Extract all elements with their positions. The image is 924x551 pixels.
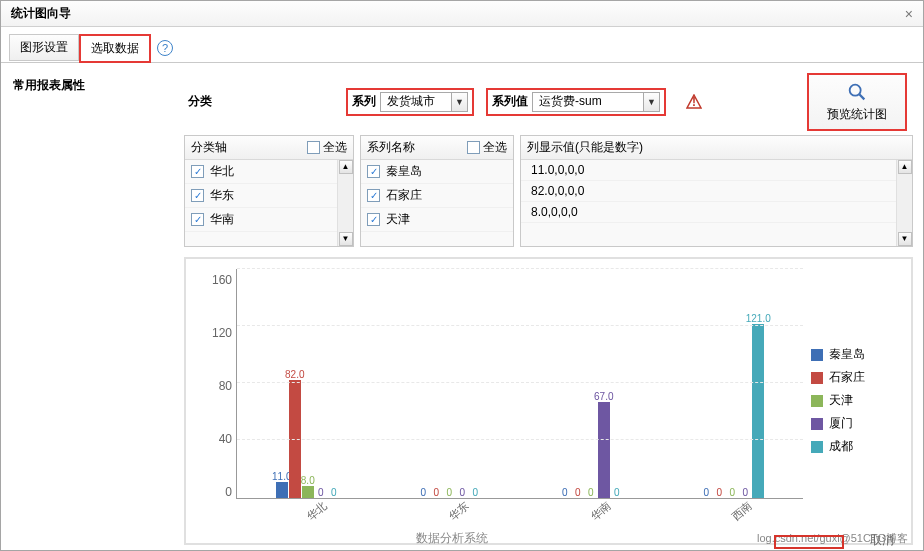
svg-text:!: ! (692, 95, 696, 109)
svg-point-2 (850, 85, 861, 96)
tab-graph-settings[interactable]: 图形设置 (9, 34, 79, 61)
category-axis-header: 分类轴 (191, 139, 299, 156)
category-select-all[interactable]: 全选 (307, 139, 347, 156)
bar-value-label: 8.0 (301, 475, 315, 486)
y-tick: 80 (219, 379, 232, 393)
legend-swatch (811, 418, 823, 430)
list-item-label: 华北 (210, 163, 234, 180)
value-column-header: 列显示值(只能是数字) (527, 139, 906, 156)
series-select[interactable]: 发货城市 ▼ (380, 92, 468, 112)
checkbox-icon[interactable]: ✓ (367, 165, 380, 178)
list-item[interactable]: ✓华北 (185, 160, 337, 184)
close-icon[interactable]: × (905, 6, 913, 22)
series-select-value: 发货城市 (381, 93, 451, 110)
list-item-label: 11.0,0,0,0 (527, 163, 584, 177)
scrollbar[interactable]: ▲ ▼ (337, 160, 353, 246)
legend-item: 秦皇岛 (811, 346, 901, 363)
scroll-down-icon[interactable]: ▼ (339, 232, 353, 246)
seriesvalue-select-value: 运货费-sum (533, 93, 643, 110)
seriesvalue-select[interactable]: 运货费-sum ▼ (532, 92, 660, 112)
list-item[interactable]: 11.0,0,0,0 (521, 160, 896, 181)
cancel-button[interactable]: 取消 (870, 532, 894, 549)
y-tick: 40 (219, 432, 232, 446)
series-name-header: 系列名称 (367, 139, 459, 156)
legend-label: 厦门 (829, 415, 853, 432)
checkbox-icon[interactable]: ✓ (367, 189, 380, 202)
common-report-attributes-header: 常用报表属性 (11, 73, 176, 98)
list-item-label: 华南 (210, 211, 234, 228)
list-item-label: 8.0,0,0,0 (527, 205, 578, 219)
legend-label: 石家庄 (829, 369, 865, 386)
magnifier-icon (846, 81, 868, 103)
list-item[interactable]: 8.0,0,0,0 (521, 202, 896, 223)
scroll-up-icon[interactable]: ▲ (339, 160, 353, 174)
series-label: 系列 (352, 93, 376, 110)
tab-select-data[interactable]: 选取数据 (79, 34, 151, 63)
legend-swatch (811, 395, 823, 407)
window-title: 统计图向导 (11, 5, 71, 22)
left-panel: 常用报表属性 (11, 73, 176, 545)
checkbox-icon[interactable]: ✓ (367, 213, 380, 226)
preview-chart-label: 预览统计图 (827, 107, 887, 123)
list-item-label: 秦皇岛 (386, 163, 422, 180)
y-axis: 16012080400 (196, 269, 236, 533)
scrollbar[interactable]: ▲ ▼ (896, 160, 912, 246)
legend-label: 成都 (829, 438, 853, 455)
titlebar: 统计图向导 × (1, 1, 923, 27)
list-item[interactable]: ✓石家庄 (361, 184, 513, 208)
help-icon[interactable]: ? (157, 40, 173, 56)
legend-item: 石家庄 (811, 369, 901, 386)
system-label: 数据分析系统 (416, 530, 488, 547)
series-name-list: 系列名称 全选 ✓秦皇岛✓石家庄✓天津 (360, 135, 514, 247)
seriesvalue-field-group: 系列值 运货费-sum ▼ (486, 88, 666, 116)
plot-area: 11.082.08.0000000000067.000000121.0 (236, 269, 803, 499)
bar-value-label: 0 (433, 487, 439, 498)
legend-label: 秦皇岛 (829, 346, 865, 363)
svg-line-3 (859, 94, 864, 99)
bar: 11.0 (276, 482, 288, 498)
series-select-all[interactable]: 全选 (467, 139, 507, 156)
bar-value-label: 0 (703, 487, 709, 498)
list-item-label: 天津 (386, 211, 410, 228)
tabs: 图形设置 选取数据 ? (1, 27, 923, 63)
done-button[interactable] (774, 535, 844, 549)
checkbox-icon[interactable]: ✓ (191, 165, 204, 178)
legend-item: 成都 (811, 438, 901, 455)
y-tick: 160 (212, 273, 232, 287)
y-tick: 120 (212, 326, 232, 340)
legend-item: 厦门 (811, 415, 901, 432)
bar-value-label: 82.0 (285, 369, 304, 380)
preview-chart-button[interactable]: 预览统计图 (807, 73, 907, 131)
legend-swatch (811, 349, 823, 361)
category-label: 分类 (184, 93, 334, 110)
checkbox-icon[interactable]: ✓ (191, 189, 204, 202)
legend-swatch (811, 372, 823, 384)
scroll-up-icon[interactable]: ▲ (898, 160, 912, 174)
list-item[interactable]: 82.0,0,0,0 (521, 181, 896, 202)
series-field-group: 系列 发货城市 ▼ (346, 88, 474, 116)
list-item[interactable]: ✓华东 (185, 184, 337, 208)
chevron-down-icon: ▼ (451, 93, 467, 111)
list-item-label: 石家庄 (386, 187, 422, 204)
list-item[interactable]: ✓天津 (361, 208, 513, 232)
checkbox-icon[interactable] (307, 141, 320, 154)
bar-value-label: 67.0 (594, 391, 613, 402)
checkbox-icon[interactable] (467, 141, 480, 154)
list-item-label: 华东 (210, 187, 234, 204)
seriesvalue-label: 系列值 (492, 93, 528, 110)
value-column-list: 列显示值(只能是数字) 11.0,0,0,082.0,0,0,08.0,0,0,… (520, 135, 913, 247)
list-item-label: 82.0,0,0,0 (527, 184, 584, 198)
bar-value-label: 0 (562, 487, 568, 498)
list-item[interactable]: ✓秦皇岛 (361, 160, 513, 184)
scroll-down-icon[interactable]: ▼ (898, 232, 912, 246)
bar-value-label: 121.0 (746, 313, 771, 324)
category-axis-list: 分类轴 全选 ✓华北✓华东✓华南 ▲ ▼ (184, 135, 354, 247)
legend-label: 天津 (829, 392, 853, 409)
list-item[interactable]: ✓华南 (185, 208, 337, 232)
bar-value-label: 0 (575, 487, 581, 498)
legend: 秦皇岛石家庄天津厦门成都 (811, 269, 901, 533)
warning-icon[interactable]: ! (686, 94, 702, 110)
chart-preview: 16012080400 11.082.08.0000000000067.0000… (184, 257, 913, 545)
legend-item: 天津 (811, 392, 901, 409)
checkbox-icon[interactable]: ✓ (191, 213, 204, 226)
